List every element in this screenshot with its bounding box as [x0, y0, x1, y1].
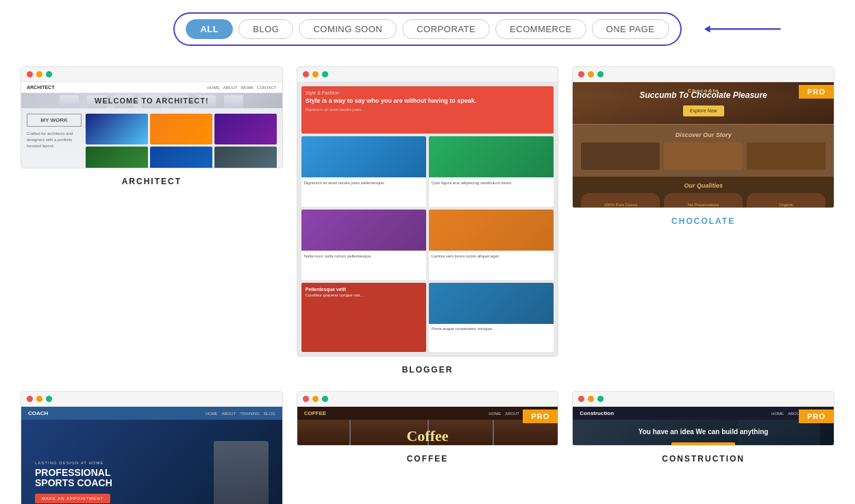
- chocolate-label: CHOCOLATE: [572, 208, 834, 229]
- architect-nav-link: HOME: [208, 86, 220, 90]
- filter-section: ALL BLOG COMING SOON CORPORATE ECOMMERCE…: [0, 0, 855, 60]
- blogger-hero-title: Style is a way to say who you are withou…: [306, 97, 550, 105]
- dot-red-b: [303, 71, 309, 77]
- pro-badge-chocolate: PRO: [799, 85, 834, 99]
- coach-mockup: COACH HOME ABOUT TRAINING BLOG Lasting d…: [21, 407, 282, 504]
- theme-card-architect[interactable]: ARCHITECT HOME ABOUT WORK CONTACT: [21, 66, 283, 377]
- dot-orange-coffee: [312, 396, 319, 402]
- dot-red-coffee: [303, 396, 309, 402]
- coach-hero: Lasting design at home PROFESSIONAL SPOR…: [21, 420, 282, 504]
- pro-badge-construction: PRO: [799, 410, 834, 423]
- dot-orange: [36, 71, 42, 77]
- arch-sidebar: MY WORK Crafted for architects and desig…: [27, 114, 82, 168]
- filter-btn-blog[interactable]: BLOG: [238, 19, 293, 39]
- filter-btn-corporate[interactable]: CORPORATE: [402, 19, 490, 39]
- theme-preview-coach: COACH HOME ABOUT TRAINING BLOG Lasting d…: [21, 391, 283, 504]
- themes-grid: ARCHITECT HOME ABOUT WORK CONTACT: [0, 60, 855, 504]
- blogger-hero: Style & Fashion Style is a way to say wh…: [301, 86, 554, 134]
- arch-gallery-item-3: [214, 114, 277, 144]
- filter-btn-all[interactable]: ALL: [186, 19, 233, 39]
- construction-nav: Construction HOME ABOUT SERVICES: [573, 407, 834, 420]
- coach-nav: COACH HOME ABOUT TRAINING BLOG: [21, 407, 282, 420]
- architect-hero-text: WELCOME TO ARCHITECT!: [95, 97, 208, 105]
- blogger-card-6-text: Porta augue consectetur volutpat...: [429, 324, 554, 333]
- dot-orange-b: [312, 71, 319, 77]
- blogger-card-4-img: [429, 210, 554, 251]
- blogger-card-1: Dignissim sit amet iaculis justo pellent…: [301, 136, 426, 207]
- arch-col-7: [224, 95, 243, 108]
- coach-figure: [214, 441, 269, 504]
- theme-card-blogger[interactable]: Style & Fashion Style is a way to say wh…: [297, 66, 559, 377]
- coach-sub: Lasting design at home: [35, 461, 151, 465]
- coffee-nav-link-2: ABOUT: [505, 412, 519, 416]
- coffee-title: Coffee: [382, 427, 474, 445]
- choc-hero-btn: Explore Now: [683, 105, 724, 116]
- pro-badge-coffee: PRO: [523, 410, 558, 423]
- blogger-card-2: Quis figura erat adipiscing vestibulum l…: [429, 136, 554, 207]
- blogger-card-3-text: Nulla nunc nulla rutrum pellentesque.: [301, 251, 426, 262]
- choc-quality-2-label: No Preservatives: [688, 203, 719, 207]
- coach-nav-link-3: TRAINING: [240, 412, 260, 416]
- construction-mockup: Construction HOME ABOUT SERVICES You hav…: [573, 407, 834, 446]
- dot-red-coach: [27, 396, 33, 402]
- dot-green-b: [322, 71, 328, 77]
- blogger-hero-tag: Style & Fashion: [306, 90, 550, 95]
- choc-discover: Discover Our Story: [573, 124, 834, 177]
- filter-btn-coming-soon[interactable]: COMING SOON: [299, 19, 397, 39]
- construction-hero: You have an idea We can build anything G…: [573, 420, 834, 446]
- architect-mockup: ARCHITECT HOME ABOUT WORK CONTACT: [21, 82, 282, 168]
- arch-gallery-item-4: [86, 147, 148, 168]
- coffee-nav: COFFEE HOME ABOUT MENU BLOG: [297, 407, 558, 420]
- theme-card-coach[interactable]: COACH HOME ABOUT TRAINING BLOG Lasting d…: [21, 391, 283, 504]
- architect-nav-link-4: CONTACT: [257, 86, 277, 90]
- coach-hero-text: PROFESSIONAL SPORTS COACH: [35, 468, 151, 489]
- coach-cta-btn[interactable]: MAKE AN APPOINTMENT: [35, 494, 110, 503]
- architect-nav-link-3: WORK: [240, 86, 253, 90]
- coffee-hero: Coffee NYC BASED COFFEE SHOP: [297, 420, 558, 446]
- choc-img-1: [581, 142, 660, 170]
- theme-card-construction[interactable]: PRO Construction HOME ABOUT SERVICES: [572, 391, 834, 504]
- dot-orange-coach: [36, 396, 42, 402]
- coffee-text: Coffee NYC BASED COFFEE SHOP: [382, 427, 474, 446]
- blogger-card-5-title: Pellentesque velit: [306, 287, 422, 292]
- theme-preview-architect: ARCHITECT HOME ABOUT WORK CONTACT: [21, 66, 283, 168]
- theme-preview-construction: PRO Construction HOME ABOUT SERVICES: [572, 391, 834, 446]
- blogger-card-4-text: Lacinia sem lorem turpis aliquet eget.: [429, 251, 554, 262]
- dot-green: [46, 71, 52, 77]
- filter-btn-one-page[interactable]: ONE PAGE: [592, 19, 669, 39]
- choc-discover-text: Discover Our Story: [581, 131, 826, 138]
- filter-btn-ecommerce[interactable]: ECOMMERCE: [495, 19, 586, 39]
- blogger-card-3-img: [301, 210, 426, 251]
- dot-green-coach: [46, 396, 52, 402]
- choc-quality-1: 100% Pure Cocoa: [581, 193, 660, 208]
- choc-qualities-items: 100% Pure Cocoa No Preservatives Organic: [581, 193, 826, 208]
- dots-row-chocolate: [573, 67, 834, 82]
- theme-card-coffee[interactable]: PRO COFFEE HOME ABOUT MENU BLOG: [297, 391, 559, 504]
- my-work-label: MY WORK: [27, 114, 82, 127]
- coffee-nav-link-1: HOME: [488, 412, 501, 416]
- blogger-card-6: Porta augue consectetur volutpat...: [429, 283, 554, 352]
- blogger-label: BLOGGER: [297, 357, 559, 377]
- filter-bar: ALL BLOG COMING SOON CORPORATE ECOMMERCE…: [173, 12, 681, 46]
- dot-orange-c: [588, 71, 594, 77]
- coach-nav-link-1: HOME: [206, 412, 218, 416]
- architect-nav-links: HOME ABOUT WORK CONTACT: [208, 86, 277, 90]
- theme-card-chocolate[interactable]: PRO Choco&te Succumb To Chocolate Pleasu…: [572, 66, 834, 377]
- blogger-card-2-text: Quis figura erat adipiscing vestibulum l…: [429, 177, 554, 188]
- construction-cta[interactable]: GET A FREE QUOTE: [671, 442, 734, 446]
- bulb-wire-3: [493, 420, 494, 446]
- blogger-card-1-text: Dignissim sit amet iaculis justo pellent…: [301, 177, 426, 188]
- choc-hero-strong: Succumb To Chocolate Pleasure: [640, 90, 767, 101]
- blogger-card-2-img: [429, 136, 554, 177]
- blogger-card-1-img: [301, 136, 426, 177]
- construction-nav-logo: Construction: [580, 410, 614, 416]
- architect-nav: ARCHITECT HOME ABOUT WORK CONTACT: [21, 82, 282, 93]
- choc-quality-3-label: Organic: [779, 203, 793, 207]
- choc-qualities: Our Qualities 100% Pure Cocoa No Preserv…: [573, 177, 834, 208]
- architect-bottom: MY WORK Crafted for architects and desig…: [21, 108, 282, 168]
- blogger-mockup: Style & Fashion Style is a way to say wh…: [297, 82, 558, 356]
- coffee-nav-logo: COFFEE: [304, 410, 326, 416]
- blogger-card-6-img: [429, 283, 554, 324]
- dots-row-blogger: [297, 67, 558, 82]
- arch-gallery: [86, 114, 277, 168]
